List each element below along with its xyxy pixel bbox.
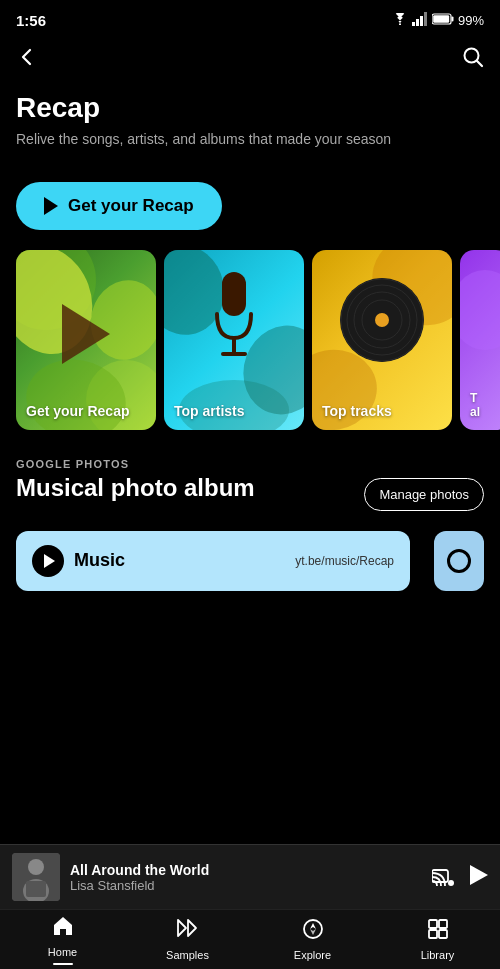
svg-point-35 <box>304 920 322 938</box>
top-nav <box>0 36 500 84</box>
track-thumbnail <box>12 853 60 901</box>
back-button[interactable] <box>16 46 38 74</box>
svg-marker-34 <box>188 920 196 936</box>
search-button[interactable] <box>462 46 484 74</box>
nav-library[interactable]: Library <box>375 918 500 961</box>
cta-label: Get your Recap <box>68 196 194 216</box>
svg-rect-6 <box>451 16 453 21</box>
music-banner-partial-card[interactable] <box>434 531 484 591</box>
music-banner-url: yt.be/music/Recap <box>295 554 394 568</box>
battery-icon <box>432 13 454 28</box>
svg-rect-29 <box>26 881 46 897</box>
now-playing-actions <box>432 865 488 889</box>
vinyl-center <box>375 313 389 327</box>
nav-home[interactable]: Home <box>0 915 125 965</box>
status-icons: 99% <box>392 12 484 29</box>
play-pause-button[interactable] <box>470 865 488 889</box>
music-play-circle <box>32 545 64 577</box>
svg-marker-32 <box>470 865 488 885</box>
svg-marker-37 <box>310 929 316 935</box>
card-recap-play-icon <box>62 304 110 364</box>
svg-rect-40 <box>429 930 437 938</box>
status-bar: 1:56 99 <box>0 0 500 36</box>
nav-samples-label: Samples <box>166 949 209 961</box>
music-banner-info: Music <box>74 550 125 571</box>
album-section: GOOGLE PHOTOS Musical photo album Manage… <box>0 458 500 531</box>
nav-library-label: Library <box>421 949 455 961</box>
svg-rect-16 <box>222 272 246 316</box>
card-top-albums[interactable]: Tal <box>460 250 500 430</box>
signal-icon <box>412 12 428 29</box>
play-icon <box>44 197 58 215</box>
album-title: Musical photo album <box>16 474 354 503</box>
get-recap-button[interactable]: Get your Recap <box>16 182 222 230</box>
now-playing-info: All Around the World Lisa Stansfield <box>70 862 422 893</box>
card-top-artists[interactable]: Top artists <box>164 250 304 430</box>
svg-point-27 <box>28 859 44 875</box>
manage-photos-button[interactable]: Manage photos <box>364 478 484 511</box>
nav-home-label: Home <box>48 946 77 958</box>
music-banner-row: Music yt.be/music/Recap <box>0 531 500 591</box>
cards-container: Get your Recap Top artists <box>0 250 500 430</box>
bottom-nav: Home Samples Explore <box>0 909 500 969</box>
svg-rect-4 <box>424 12 427 26</box>
nav-active-indicator <box>53 963 73 965</box>
partial-play-icon <box>447 549 471 573</box>
svg-rect-7 <box>433 15 449 23</box>
svg-marker-33 <box>178 920 186 936</box>
music-banner-left: Music <box>32 545 125 577</box>
card-label-artists: Top artists <box>174 403 245 420</box>
music-banner-title: Music <box>74 550 125 571</box>
svg-rect-38 <box>429 920 437 928</box>
svg-rect-39 <box>439 920 447 928</box>
now-playing-artist: Lisa Stansfield <box>70 878 422 893</box>
svg-point-0 <box>399 23 401 25</box>
now-playing-title: All Around the World <box>70 862 422 878</box>
cast-button[interactable] <box>432 866 454 888</box>
battery-percent: 99% <box>458 13 484 28</box>
svg-rect-41 <box>439 930 447 938</box>
nav-explore[interactable]: Explore <box>250 918 375 961</box>
page-title: Recap <box>16 92 484 124</box>
samples-icon <box>176 918 200 946</box>
page-subtitle: Relive the songs, artists, and albums th… <box>16 130 484 150</box>
bottom-spacer <box>0 591 500 711</box>
svg-point-25 <box>460 270 500 350</box>
now-playing-bar: All Around the World Lisa Stansfield <box>0 844 500 909</box>
music-play-triangle-icon <box>44 554 55 568</box>
card-top-tracks[interactable]: Top tracks <box>312 250 452 430</box>
nav-samples[interactable]: Samples <box>125 918 250 961</box>
album-row: Musical photo album Manage photos <box>16 474 484 511</box>
card-label-albums: Tal <box>470 391 480 420</box>
header-section: Recap Relive the songs, artists, and alb… <box>0 84 500 166</box>
nav-explore-label: Explore <box>294 949 331 961</box>
svg-rect-3 <box>420 16 423 26</box>
card-get-recap[interactable]: Get your Recap <box>16 250 156 430</box>
cards-row: Get your Recap Top artists <box>16 250 484 430</box>
svg-rect-1 <box>412 22 415 26</box>
home-icon <box>52 915 74 943</box>
wifi-icon <box>392 13 408 28</box>
svg-point-31 <box>448 880 454 886</box>
status-time: 1:56 <box>16 12 46 29</box>
vinyl-record <box>340 278 424 362</box>
album-provider-label: GOOGLE PHOTOS <box>16 458 484 470</box>
card-label-recap: Get your Recap <box>26 403 129 420</box>
music-recap-banner[interactable]: Music yt.be/music/Recap <box>16 531 410 591</box>
svg-rect-2 <box>416 19 419 26</box>
svg-marker-36 <box>310 923 316 929</box>
explore-icon <box>302 918 324 946</box>
svg-line-9 <box>477 61 482 66</box>
card-label-tracks: Top tracks <box>322 403 392 420</box>
library-icon <box>427 918 449 946</box>
